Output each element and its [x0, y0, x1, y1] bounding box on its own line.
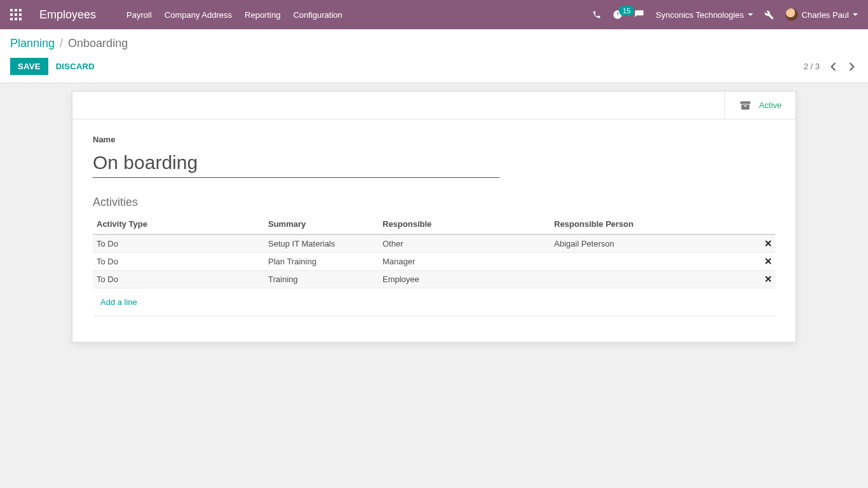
close-icon — [765, 240, 771, 247]
menu-company-address[interactable]: Company Address — [165, 10, 232, 20]
button-box: Active — [72, 92, 796, 119]
app-title[interactable]: Employees — [39, 8, 96, 22]
close-icon — [765, 258, 771, 264]
control-panel: Planning / Onboarding SAVE DISCARD 2 / 3 — [0, 29, 868, 83]
menu-reporting[interactable]: Reporting — [245, 10, 280, 20]
cell-person[interactable] — [550, 271, 756, 288]
breadcrumb: Planning / Onboarding — [10, 37, 858, 50]
pager: 2 / 3 — [804, 60, 858, 74]
active-label: Active — [759, 100, 782, 110]
navbar-right: 15 Synconics Technologies Charles Paul — [592, 8, 858, 21]
table-row[interactable]: To Do Training Employee — [93, 271, 775, 288]
cell-activity-type[interactable]: To Do — [93, 271, 264, 288]
user-name: Charles Paul — [802, 10, 849, 20]
chevron-down-icon — [748, 13, 753, 16]
pager-text[interactable]: 2 / 3 — [804, 62, 820, 71]
save-button[interactable]: SAVE — [10, 58, 48, 75]
chevron-down-icon — [853, 13, 858, 16]
menu-payroll[interactable]: Payroll — [126, 10, 152, 20]
company-switcher[interactable]: Synconics Technologies — [656, 10, 753, 20]
cell-activity-type[interactable]: To Do — [93, 234, 264, 253]
activity-count-badge: 15 — [619, 6, 634, 16]
cell-responsible[interactable]: Employee — [379, 271, 550, 288]
svg-rect-0 — [740, 101, 750, 104]
phone-icon[interactable] — [592, 10, 601, 19]
cell-responsible[interactable]: Other — [379, 234, 550, 253]
activities-title: Activities — [93, 196, 775, 209]
cell-responsible[interactable]: Manager — [379, 253, 550, 271]
table-row[interactable]: To Do Setup IT Materials Other Abigail P… — [93, 234, 775, 253]
col-summary[interactable]: Summary — [264, 214, 379, 234]
name-input[interactable] — [93, 148, 499, 178]
col-responsible-person[interactable]: Responsible Person — [550, 214, 756, 234]
discard-button[interactable]: DISCARD — [56, 62, 95, 71]
add-line-row: Add a line — [93, 288, 775, 316]
breadcrumb-parent[interactable]: Planning — [10, 37, 55, 50]
activity-icon[interactable]: 15 — [613, 10, 623, 20]
user-menu[interactable]: Charles Paul — [785, 8, 858, 21]
svg-rect-1 — [741, 104, 749, 109]
cell-person[interactable] — [550, 253, 756, 271]
main-menu: Payroll Company Address Reporting Config… — [126, 10, 592, 20]
table-row[interactable]: To Do Plan Training Manager — [93, 253, 775, 271]
chat-icon[interactable] — [634, 10, 644, 20]
apps-icon[interactable] — [10, 9, 22, 20]
company-name: Synconics Technologies — [656, 10, 744, 20]
pager-next[interactable] — [846, 60, 858, 74]
top-navbar: Employees Payroll Company Address Report… — [0, 0, 868, 29]
form-sheet: Active Name Activities Activity Type Sum… — [72, 91, 796, 342]
breadcrumb-current: Onboarding — [68, 37, 128, 50]
active-toggle-button[interactable]: Active — [724, 92, 796, 119]
delete-row-button[interactable] — [756, 253, 775, 271]
col-activity-type[interactable]: Activity Type — [93, 214, 264, 234]
add-line-button[interactable]: Add a line — [97, 292, 141, 312]
activities-table: Activity Type Summary Responsible Respon… — [93, 214, 775, 316]
cell-summary[interactable]: Plan Training — [264, 253, 379, 271]
delete-row-button[interactable] — [756, 234, 775, 253]
breadcrumb-separator: / — [60, 37, 63, 50]
close-icon — [765, 276, 771, 282]
archive-icon — [739, 100, 752, 111]
menu-configuration[interactable]: Configuration — [293, 10, 342, 20]
col-responsible[interactable]: Responsible — [379, 214, 550, 234]
cell-person[interactable]: Abigail Peterson — [550, 234, 756, 253]
svg-rect-2 — [743, 105, 747, 107]
cell-summary[interactable]: Training — [264, 271, 379, 288]
name-label: Name — [93, 135, 775, 144]
debug-icon[interactable] — [764, 10, 774, 20]
cell-activity-type[interactable]: To Do — [93, 253, 264, 271]
pager-prev[interactable] — [827, 60, 839, 74]
delete-row-button[interactable] — [756, 271, 775, 288]
avatar — [785, 8, 798, 21]
cell-summary[interactable]: Setup IT Materials — [264, 234, 379, 253]
